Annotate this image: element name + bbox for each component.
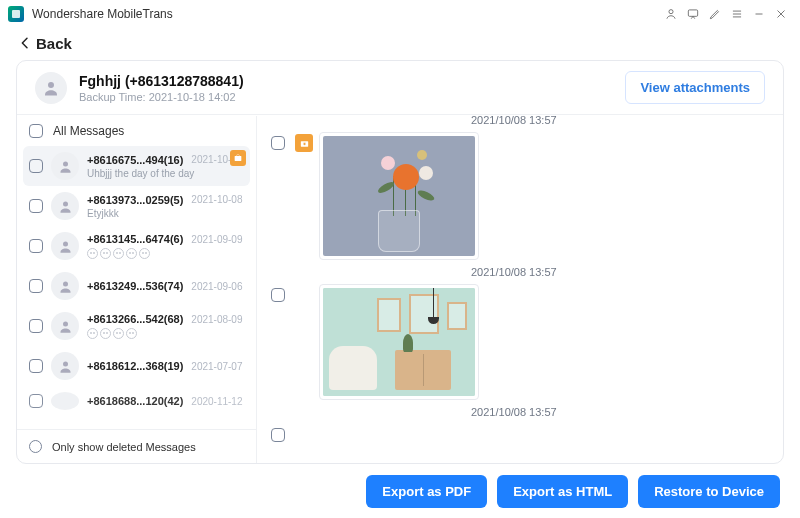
checkbox-icon[interactable]: [29, 239, 43, 253]
conversation-date: 2021-10-08: [191, 194, 242, 205]
attachment-badge-icon: [295, 134, 313, 152]
svg-point-3: [48, 82, 54, 88]
only-deleted-label: Only show deleted Messages: [52, 441, 196, 453]
contact-name: Fghhjj (+8613128788841): [79, 73, 244, 89]
all-messages-toggle[interactable]: All Messages: [17, 116, 256, 146]
svg-point-4: [63, 161, 68, 166]
feedback-icon[interactable]: [682, 3, 704, 25]
checkbox-icon[interactable]: [271, 136, 285, 150]
message-timestamp: 2021/10/08 13:57: [471, 406, 769, 418]
app-logo: [8, 6, 24, 22]
footer-actions: Export as PDF Export as HTML Restore to …: [0, 464, 800, 518]
emoji-preview: [87, 328, 248, 339]
conversation-date: 2021-08-09: [191, 314, 242, 325]
conversation-date: 2021-07-07: [191, 361, 242, 372]
conversation-sidebar: All Messages +8616675...494(16)2021-10-1…: [17, 116, 257, 463]
restore-device-button[interactable]: Restore to Device: [638, 475, 780, 508]
app-title: Wondershare MobileTrans: [32, 7, 173, 21]
conversation-number: +8613266...542(68): [87, 313, 183, 325]
conversation-number: +8613973...0259(5): [87, 194, 183, 206]
avatar-icon: [51, 232, 79, 260]
avatar-icon: [51, 272, 79, 300]
conversation-date: 2021-09-06: [191, 281, 242, 292]
svg-point-10: [63, 361, 68, 366]
view-attachments-button[interactable]: View attachments: [625, 71, 765, 104]
svg-point-8: [63, 281, 68, 286]
minimize-icon[interactable]: [748, 3, 770, 25]
svg-rect-0: [12, 10, 20, 18]
avatar-icon: [51, 352, 79, 380]
svg-rect-5: [235, 156, 242, 161]
attachment-badge-icon: [230, 150, 246, 166]
image-attachment[interactable]: [319, 284, 479, 400]
conversation-date: 2020-11-12: [191, 396, 242, 407]
svg-point-1: [669, 10, 673, 14]
export-html-button[interactable]: Export as HTML: [497, 475, 628, 508]
avatar-icon: [51, 312, 79, 340]
checkbox-icon[interactable]: [271, 428, 285, 442]
checkbox-icon[interactable]: [29, 124, 43, 138]
radio-icon[interactable]: [29, 440, 42, 453]
conversation-header: Fghhjj (+8613128788841) Backup Time: 202…: [17, 61, 783, 115]
avatar-icon: [51, 192, 79, 220]
message-row: [271, 424, 769, 442]
backup-time: Backup Time: 2021-10-18 14:02: [79, 91, 244, 103]
avatar-icon: [35, 72, 67, 104]
message-pane: 2021/10/08 13:57 2021/10/08 13:57: [257, 116, 783, 463]
export-pdf-button[interactable]: Export as PDF: [366, 475, 487, 508]
conversation-date: 2021-09-09: [191, 234, 242, 245]
conversation-item[interactable]: +8613249...536(74)2021-09-06: [17, 266, 256, 306]
checkbox-icon[interactable]: [29, 159, 43, 173]
message-row: [271, 284, 769, 400]
checkbox-icon[interactable]: [29, 199, 43, 213]
checkbox-icon[interactable]: [271, 288, 285, 302]
content-card: Fghhjj (+8613128788841) Backup Time: 202…: [16, 60, 784, 464]
edit-icon[interactable]: [704, 3, 726, 25]
close-icon[interactable]: [770, 3, 792, 25]
conversation-list: +8616675...494(16)2021-10-18 Uhbjjj the …: [17, 146, 256, 429]
checkbox-icon[interactable]: [29, 394, 43, 408]
svg-point-12: [303, 142, 306, 145]
checkbox-icon[interactable]: [29, 279, 43, 293]
svg-rect-2: [688, 10, 697, 16]
conversation-item[interactable]: +8618612...368(19)2021-07-07: [17, 346, 256, 386]
conversation-number: +8613145...6474(6): [87, 233, 183, 245]
flowers-image: [323, 136, 475, 256]
conversation-preview: Uhbjjj the day of the day: [87, 168, 242, 179]
message-row: [271, 132, 769, 260]
menu-icon[interactable]: [726, 3, 748, 25]
svg-point-6: [63, 201, 68, 206]
conversation-preview: Etyjkkk: [87, 208, 248, 219]
titlebar: Wondershare MobileTrans: [0, 0, 800, 28]
svg-point-7: [63, 241, 68, 246]
message-timestamp: 2021/10/08 13:57: [471, 266, 769, 278]
account-icon[interactable]: [660, 3, 682, 25]
conversation-item[interactable]: +8613145...6474(6)2021-09-09: [17, 226, 256, 266]
conversation-number: +8616675...494(16): [87, 154, 183, 166]
conversation-number: +8618612...368(19): [87, 360, 183, 372]
chevron-left-icon: [16, 34, 34, 52]
room-image: [323, 288, 475, 396]
svg-point-9: [63, 321, 68, 326]
avatar-icon: [51, 152, 79, 180]
checkbox-icon[interactable]: [29, 319, 43, 333]
all-messages-label: All Messages: [53, 124, 124, 138]
conversation-number: +8613249...536(74): [87, 280, 183, 292]
conversation-item[interactable]: +8618688...120(42)2020-11-12: [17, 386, 256, 416]
avatar-icon: [51, 392, 79, 410]
conversation-item[interactable]: +8613266...542(68)2021-08-09: [17, 306, 256, 346]
message-timestamp: 2021/10/08 13:57: [471, 116, 769, 126]
emoji-preview: [87, 248, 248, 259]
back-row[interactable]: Back: [0, 28, 800, 58]
conversation-number: +8618688...120(42): [87, 395, 183, 407]
conversation-item[interactable]: +8613973...0259(5)2021-10-08 Etyjkkk: [17, 186, 256, 226]
only-deleted-toggle[interactable]: Only show deleted Messages: [17, 429, 256, 463]
image-attachment[interactable]: [319, 132, 479, 260]
back-label: Back: [36, 35, 72, 52]
conversation-item[interactable]: +8616675...494(16)2021-10-18 Uhbjjj the …: [23, 146, 250, 186]
checkbox-icon[interactable]: [29, 359, 43, 373]
